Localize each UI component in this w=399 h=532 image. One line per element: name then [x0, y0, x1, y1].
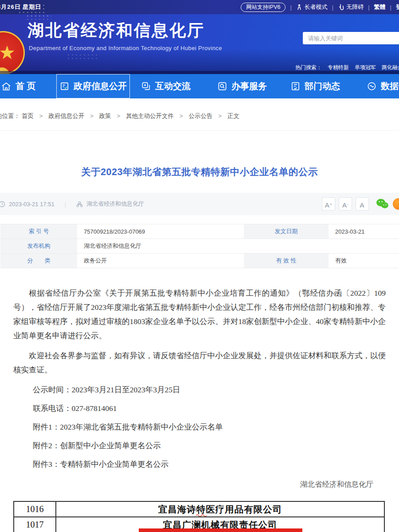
organization-icon [76, 201, 83, 207]
company-list-table-wrap: 1016 宜昌海诗特医疗用品有限公司 1017 宜昌广澜机械有限责任公司 101… [13, 501, 385, 532]
page: 3月26日 星期日 网站支持IPV6 | 长者模式 | 无障碍 | 繁體 | 登… [0, 0, 399, 532]
row-number: 1016 [14, 501, 56, 517]
contact-phone: 联系电话：027-87814061 [13, 403, 386, 414]
emblem-star: ★ [0, 43, 16, 62]
table-row: 1016 宜昌海诗特医疗用品有限公司 [14, 501, 384, 517]
article-source: 湖北省经济和信息化厅 [86, 200, 144, 208]
category-value: 政务公开 [78, 254, 243, 268]
issuing-org-value: 湖北省经济和信息化厅 [78, 239, 399, 253]
hot-search-item[interactable]: 单项冠军 [355, 64, 376, 71]
data-wave-icon [367, 81, 377, 91]
validity-label: 有 效 性 [243, 254, 329, 268]
info-row: 发布机构 湖北省经济和信息化厅 [0, 239, 399, 254]
nav-item-services[interactable]: 办事服务 [217, 74, 267, 98]
attachment-3-link[interactable]: 附件3：专精特新中小企业简单更名公示 [13, 459, 386, 469]
ipv6-badge: 网站支持IPV6 [241, 3, 286, 12]
login-button[interactable]: 登 [396, 3, 399, 11]
nav-item-data[interactable]: 数据 [367, 74, 399, 98]
chat-exchange-icon [141, 81, 151, 91]
breadcrumb-item[interactable]: 其他主动公开文件 [126, 113, 174, 119]
banner-bottom-strip [0, 71, 399, 74]
company-list-table: 1016 宜昌海诗特医疗用品有限公司 1017 宜昌广澜机械有限责任公司 101… [13, 501, 385, 532]
breadcrumb-item[interactable]: 政策 [99, 113, 111, 119]
company-name: 宜昌海诗特医疗用品有限公司 [56, 501, 384, 517]
weibo-share-icon[interactable] [393, 198, 399, 210]
dots-decoration [26, 14, 51, 20]
site-subtitle-en: Department of Economy and Information Te… [29, 45, 222, 51]
paragraph: 根据省经信厅办公室《关于开展第五批专精特新中小企业培育工作的通知》（鄂经信办函〔… [13, 286, 386, 343]
breadcrumb-item-current: 正文 [227, 113, 239, 119]
site-banner: ★ 湖北省经济和信息化厅 Department of Economy and I… [0, 14, 399, 74]
home-icon [1, 81, 12, 92]
nav-item-home[interactable]: 首 页 [1, 74, 36, 98]
wechat-share-icon[interactable] [376, 198, 389, 210]
breadcrumb-item[interactable]: 政府信息公开 [48, 113, 84, 119]
top-utility-bar: 3月26日 星期日 网站支持IPV6 | 长者模式 | 无障碍 | 繁體 | 登 [0, 0, 399, 14]
breadcrumb-item[interactable]: 首页 [22, 113, 34, 119]
info-row: 分 类 政务公开 有 效 性 有效 [0, 254, 399, 268]
font-size-increase-button[interactable]: A+ [322, 197, 335, 211]
table-row: 1017 宜昌广澜机械有限责任公司 [14, 517, 384, 532]
divider: | [368, 4, 369, 11]
article-meta-bar: 2023-03-21 17:51 | 湖北省经济和信息化厅 A+ A- A [0, 193, 399, 215]
breadcrumb-separator: > [180, 113, 183, 119]
hot-search-row: 热门搜索： 专精特新 单项冠军 两化融合 小巨人 [295, 64, 399, 71]
document-icon [59, 81, 70, 91]
traditional-chinese-button[interactable]: 繁體 [374, 3, 386, 11]
breadcrumb: 的位置： 首页 > 政府信息公开 > 政策 > 其他主动公开文件 > 公示公告 … [0, 98, 399, 131]
clock-icon [0, 201, 5, 207]
breadcrumb-item[interactable]: 公示公告 [188, 113, 212, 119]
category-label: 分 类 [0, 254, 78, 268]
document-check-icon [290, 81, 301, 91]
row-number: 1017 [14, 517, 56, 532]
attachment-2-link[interactable]: 附件2：创新型中小企业简单更名公示 [13, 440, 386, 451]
breadcrumb-separator: > [117, 113, 120, 119]
font-size-reset-button[interactable]: A [356, 197, 369, 211]
accessibility-button[interactable]: 无障碍 [338, 3, 364, 11]
current-date: 3月26日 星期日 [0, 3, 41, 11]
divider: | [290, 4, 291, 11]
attachment-1-link[interactable]: 附件1：2023年湖北省第五批专精特新中小企业公示名单 [13, 422, 386, 432]
breadcrumb-separator: > [90, 113, 94, 119]
nav-item-department-news[interactable]: 部门动态 [290, 74, 340, 98]
hot-search-item[interactable]: 两化融合 [382, 64, 399, 71]
divider: | [390, 4, 391, 11]
breadcrumb-separator: > [218, 113, 222, 119]
issue-date-label: 发文日期 [243, 224, 329, 239]
hand-pointer-icon [338, 4, 344, 10]
issuing-authority-signature: 湖北省经济和信息化厅 [13, 480, 386, 489]
breadcrumb-prefix: 的位置： [0, 113, 20, 119]
search-input[interactable] [303, 32, 399, 44]
elder-person-icon [296, 4, 302, 10]
hot-search-label: 热门搜索： [295, 64, 322, 71]
font-size-decrease-button[interactable]: A- [339, 197, 352, 211]
nav-item-gov-info-disclosure[interactable]: 政府信息公开 [56, 74, 130, 98]
public-notice-period: 公示时间：2023年3月21日至2023年3月25日 [13, 384, 386, 395]
magnifier-icon [217, 81, 227, 91]
divider: | [332, 4, 333, 11]
hot-search-item[interactable]: 专精特新 [328, 64, 349, 71]
article-title: 关于2023年湖北省第五批专精特新中小企业名单的公示 [0, 165, 399, 178]
divider: | [65, 201, 66, 207]
issuing-org-label: 发布机构 [0, 239, 78, 253]
article-body: 根据省经信厅办公室《关于开展第五批专精特新中小企业培育工作的通知》（鄂经信办函〔… [0, 286, 399, 489]
main-nav: 首 页 政府信息公开 互动交流 办事服务 部门动态 [0, 74, 399, 98]
index-number-value: 757009218/2023-07069 [78, 224, 243, 239]
publish-time: 2023-03-21 17:51 [9, 201, 55, 207]
issue-date-value: 2023-03-21 [329, 224, 399, 239]
info-row: 索 引 号 757009218/2023-07069 发文日期 2023-03-… [0, 224, 399, 239]
index-number-label: 索 引 号 [0, 224, 78, 239]
company-name: 宜昌广澜机械有限责任公司 [56, 517, 384, 532]
elder-mode-button[interactable]: 长者模式 [296, 3, 328, 11]
document-info-table: 索 引 号 757009218/2023-07069 发文日期 2023-03-… [0, 224, 399, 268]
nav-item-interaction[interactable]: 互动交流 [141, 74, 191, 98]
paragraph: 欢迎社会各界参与监督，如有异议，请反馈省经信厅中小企业发展处，并提供佐证材料和联… [13, 348, 386, 377]
validity-value: 有效 [329, 254, 399, 268]
breadcrumb-separator: > [39, 113, 43, 119]
site-title: 湖北省经济和信息化厅 [27, 20, 205, 42]
